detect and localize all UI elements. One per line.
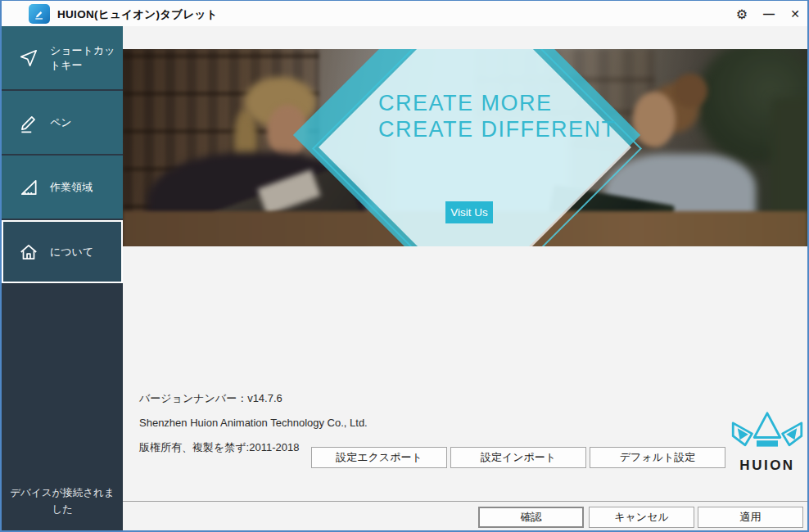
minimize-button[interactable]: — [760, 6, 778, 22]
sidebar-item-pen[interactable]: ペン [2, 91, 123, 154]
home-icon [18, 241, 39, 263]
brand-name: HUION [728, 458, 807, 474]
default-settings-button[interactable]: デフォルト設定 [590, 447, 725, 468]
huion-brand-logo: HUION [728, 411, 807, 474]
visit-us-button[interactable]: Visit Us [445, 201, 493, 223]
confirm-button[interactable]: 確認 [478, 507, 584, 528]
device-status: デバイスが接続されました [2, 485, 123, 517]
sidebar-item-label: 作業領域 [50, 180, 123, 195]
huion-crown-icon [729, 411, 806, 453]
cursor-icon [18, 47, 39, 69]
settings-gear-icon[interactable]: ⚙ [733, 6, 751, 22]
version-number: バージョンナンバー：v14.7.6 [139, 391, 282, 406]
sidebar-item-label: ペン [50, 115, 123, 130]
hero-headline-line2: CREATE DIFFERENT [378, 116, 617, 142]
footer-divider [123, 501, 807, 502]
pen-icon [18, 112, 39, 133]
apply-button[interactable]: 適用 [698, 507, 803, 528]
pen-glyph-icon [33, 7, 46, 20]
company-name: Shenzhen Huion Animation Technology Co.,… [139, 417, 368, 429]
sidebar-item-work-area[interactable]: 作業領域 [2, 156, 123, 219]
sidebar-item-shortcut-keys[interactable]: ショートカットキー [2, 26, 123, 89]
work-area-icon [18, 177, 39, 198]
app-window: HUION(ヒュイオン)タブレット ⚙ — ✕ ショートカットキー ペン 作業領… [0, 0, 809, 532]
window-title: HUION(ヒュイオン)タブレット [57, 7, 218, 22]
sidebar-item-label: ショートカットキー [50, 43, 123, 73]
close-button[interactable]: ✕ [786, 6, 804, 22]
import-settings-button[interactable]: 設定インポート [450, 447, 586, 468]
app-logo-icon [29, 4, 50, 24]
sidebar-item-about[interactable]: について [2, 220, 123, 283]
hero-banner: CREATE MORE CREATE DIFFERENT Visit Us [123, 49, 807, 246]
hero-headline-line1: CREATE MORE [378, 90, 617, 116]
cancel-button[interactable]: キャンセル [589, 507, 694, 528]
title-bar: HUION(ヒュイオン)タブレット ⚙ — ✕ [2, 1, 807, 26]
hero-headline: CREATE MORE CREATE DIFFERENT [378, 90, 617, 142]
sidebar: ショートカットキー ペン 作業領域 について デバイスが接続されました [2, 26, 123, 530]
copyright-notice: 版権所有、複製を禁ず:2011-2018 [139, 440, 299, 455]
sidebar-item-label: について [50, 245, 121, 259]
export-settings-button[interactable]: 設定エクスポート [311, 447, 447, 468]
